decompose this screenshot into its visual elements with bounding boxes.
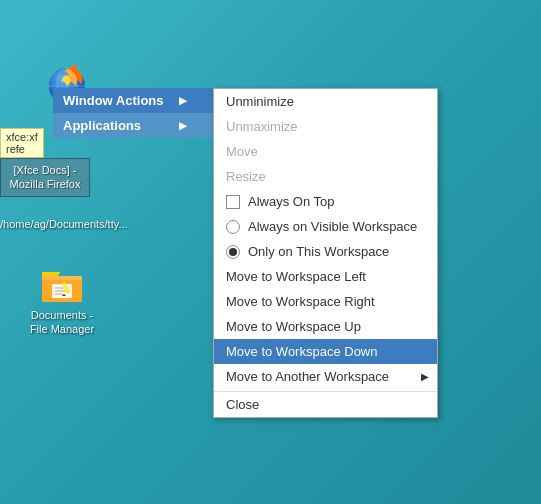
context-menu: Window Actions ▶ Applications ▶ Unminimi… <box>53 88 217 138</box>
always-visible-item[interactable]: Always on Visible Workspace <box>214 214 437 239</box>
close-item[interactable]: Close <box>214 391 437 417</box>
window-actions-submenu: Unminimize Unmaximize Move Resize Always… <box>213 88 438 418</box>
always-on-top-checkbox[interactable] <box>226 195 240 209</box>
always-visible-radio[interactable] <box>226 220 240 234</box>
firefox-tooltip: xfce:xf refe <box>0 128 44 158</box>
documents-label: Documents - File Manager <box>22 308 102 337</box>
unminimize-item[interactable]: Unminimize <box>214 89 437 114</box>
window-actions-arrow-icon: ▶ <box>179 95 187 106</box>
documents-desktop-icon[interactable]: Documents - File Manager <box>22 260 102 337</box>
move-workspace-up-item[interactable]: Move to Workspace Up <box>214 314 437 339</box>
unmaximize-item: Unmaximize <box>214 114 437 139</box>
top-menu: Window Actions ▶ Applications ▶ <box>53 88 217 138</box>
only-this-workspace-radio[interactable] <box>226 245 240 259</box>
applications-menu-item[interactable]: Applications ▶ <box>53 113 217 138</box>
move-workspace-down-item[interactable]: Move to Workspace Down <box>214 339 437 364</box>
always-on-top-item[interactable]: Always On Top <box>214 189 437 214</box>
only-this-workspace-item[interactable]: Only on This Workspace <box>214 239 437 264</box>
firefox-window-label[interactable]: [Xfce Docs] - Mozilla Firefox <box>0 158 90 197</box>
move-workspace-right-item[interactable]: Move to Workspace Right <box>214 289 437 314</box>
move-workspace-left-item[interactable]: Move to Workspace Left <box>214 264 437 289</box>
resize-item: Resize <box>214 164 437 189</box>
move-another-workspace-item[interactable]: Move to Another Workspace ▶ <box>214 364 437 389</box>
move-item: Move <box>214 139 437 164</box>
move-another-arrow-icon: ▶ <box>421 371 429 382</box>
documents-icon-image <box>38 260 86 308</box>
documents-path-label: /home/ag/Documents/tty... <box>0 218 90 230</box>
applications-arrow-icon: ▶ <box>179 120 187 131</box>
window-actions-menu-item[interactable]: Window Actions ▶ <box>53 88 217 113</box>
